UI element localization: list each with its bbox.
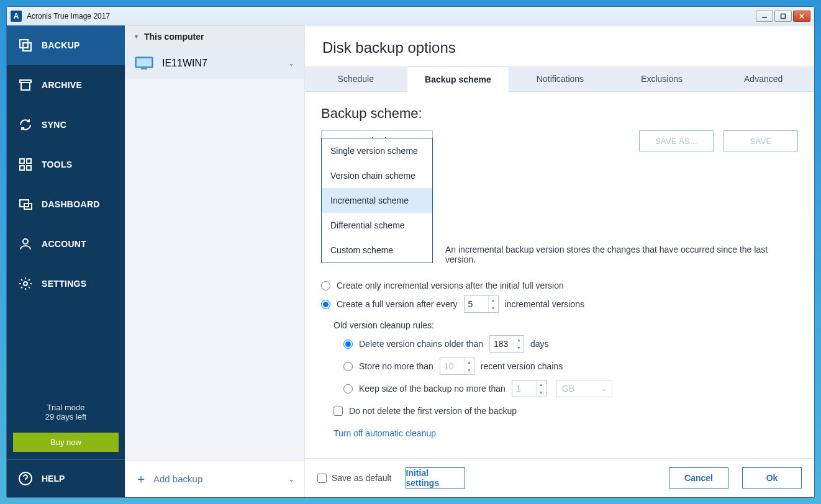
backup-list-header-label: This computer xyxy=(144,32,204,42)
radio-only-incremental[interactable]: Create only incremental versions after t… xyxy=(321,281,798,290)
spin-up-icon[interactable]: ▲ xyxy=(465,358,474,366)
cancel-button[interactable]: Cancel xyxy=(669,467,728,488)
radio-label: Keep size of the backup no more than xyxy=(359,384,506,394)
sidebar-label: TOOLS xyxy=(42,160,72,169)
checkbox-label: Save as default xyxy=(332,473,392,483)
ok-button[interactable]: Ok xyxy=(742,467,802,488)
checkbox-label: Do not delete the first version of the b… xyxy=(349,406,517,416)
scheme-option-incremental[interactable]: Incremental scheme xyxy=(322,188,432,213)
save-default-checkbox[interactable]: Save as default xyxy=(317,473,392,483)
radio-store-no-more[interactable]: Store no more than 10 ▲▼ recent version … xyxy=(343,358,798,375)
radio-keep-size[interactable]: Keep size of the backup no more than 1 ▲… xyxy=(343,380,798,397)
input-value: 183 xyxy=(494,339,508,349)
radio-full-after-every[interactable]: Create a full version after every 5 ▲▼ i… xyxy=(321,295,798,313)
svg-point-15 xyxy=(24,282,27,286)
full-every-input[interactable]: 5 ▲▼ xyxy=(464,295,499,313)
sidebar-label: HELP xyxy=(42,474,65,484)
spin-down-icon[interactable]: ▼ xyxy=(465,366,474,374)
initial-settings-button[interactable]: Initial settings xyxy=(406,467,465,488)
app-icon: A xyxy=(11,11,22,22)
page-title: Disk backup options xyxy=(305,25,814,66)
close-button[interactable] xyxy=(793,11,810,22)
spin-up-icon[interactable]: ▲ xyxy=(514,336,524,344)
radio-label-suffix: incremental versions xyxy=(505,299,584,309)
scheme-option-version-chain[interactable]: Version chain scheme xyxy=(322,163,432,188)
tab-advanced[interactable]: Advanced xyxy=(712,66,814,91)
add-backup-button[interactable]: ＋ Add backup ⌄ xyxy=(125,460,304,497)
window-title: Acronis True Image 2017 xyxy=(27,12,756,20)
unit-value: GB xyxy=(562,384,574,394)
tab-backup-scheme[interactable]: Backup scheme xyxy=(407,66,510,92)
spin-up-icon[interactable]: ▲ xyxy=(489,296,498,304)
archive-icon xyxy=(18,78,33,92)
sidebar-item-tools[interactable]: TOOLS xyxy=(7,145,125,184)
radio-delete-older[interactable]: Delete version chains older than 183 ▲▼ … xyxy=(343,335,798,353)
sidebar-item-settings[interactable]: SETTINGS xyxy=(7,264,125,304)
sidebar-item-help[interactable]: HELP xyxy=(7,459,125,497)
radio-input[interactable] xyxy=(343,362,353,371)
svg-rect-9 xyxy=(27,159,31,163)
minimize-button[interactable] xyxy=(756,11,773,22)
spinner[interactable]: ▲▼ xyxy=(536,380,546,397)
sidebar-item-backup[interactable]: BACKUP xyxy=(7,25,125,65)
svg-rect-19 xyxy=(141,68,147,70)
app-window: A Acronis True Image 2017 BACKUP ARCHIVE xyxy=(6,6,815,498)
radio-input[interactable] xyxy=(321,300,330,309)
spinner[interactable]: ▲▼ xyxy=(464,358,474,374)
footer-bar: Save as default Initial settings Cancel … xyxy=(305,458,814,497)
radio-label: Store no more than xyxy=(359,361,433,371)
checkbox-keep-first[interactable]: Do not delete the first version of the b… xyxy=(333,406,798,416)
spinner[interactable]: ▲▼ xyxy=(488,296,498,312)
input-value: 5 xyxy=(468,299,473,309)
account-icon xyxy=(18,236,33,251)
buy-now-button[interactable]: Buy now xyxy=(13,433,119,452)
turn-off-cleanup-link[interactable]: Turn off automatic cleanup xyxy=(333,428,436,438)
sidebar-label: ACCOUNT xyxy=(42,239,86,249)
backup-list-panel: ▼ This computer IE11WIN7 ⌄ ＋ Add backup … xyxy=(125,25,305,497)
titlebar: A Acronis True Image 2017 xyxy=(7,7,814,25)
checkbox-input[interactable] xyxy=(317,474,327,483)
radio-input[interactable] xyxy=(343,384,353,394)
svg-rect-10 xyxy=(20,166,24,170)
store-max-input[interactable]: 10 ▲▼ xyxy=(440,358,474,375)
svg-rect-5 xyxy=(23,43,31,51)
scheme-description: An incremental backup version stores the… xyxy=(445,245,798,264)
spin-down-icon[interactable]: ▼ xyxy=(489,304,498,312)
tab-schedule[interactable]: Schedule xyxy=(305,66,407,91)
svg-rect-18 xyxy=(137,58,152,66)
checkbox-input[interactable] xyxy=(333,407,343,416)
save-as-button[interactable]: SAVE AS... xyxy=(639,130,714,151)
radio-input[interactable] xyxy=(321,281,330,290)
save-button[interactable]: SAVE xyxy=(723,130,798,151)
sidebar-item-archive[interactable]: ARCHIVE xyxy=(7,65,125,105)
tab-exclusions[interactable]: Exclusions xyxy=(611,66,713,91)
backup-list-header[interactable]: ▼ This computer xyxy=(125,25,304,48)
backup-item[interactable]: IE11WIN7 ⌄ xyxy=(125,48,304,79)
sidebar-item-account[interactable]: ACCOUNT xyxy=(7,224,125,264)
spin-up-icon[interactable]: ▲ xyxy=(537,380,546,389)
svg-rect-8 xyxy=(20,159,24,163)
size-unit-select[interactable]: GB ⌄ xyxy=(556,380,612,397)
app-body: BACKUP ARCHIVE SYNC TOOLS DASHBOARD xyxy=(7,25,814,497)
sidebar-nav: BACKUP ARCHIVE SYNC TOOLS DASHBOARD xyxy=(7,25,125,399)
maximize-button[interactable] xyxy=(774,11,792,22)
backup-icon xyxy=(18,38,33,53)
sidebar-item-dashboard[interactable]: DASHBOARD xyxy=(7,184,125,224)
spin-down-icon[interactable]: ▼ xyxy=(514,344,524,352)
scheme-option-differential[interactable]: Differential scheme xyxy=(322,213,432,238)
scheme-option-single[interactable]: Single version scheme xyxy=(322,138,432,163)
chevron-down-icon: ⌄ xyxy=(288,59,294,68)
max-size-input[interactable]: 1 ▲▼ xyxy=(512,380,547,397)
spinner[interactable]: ▲▼ xyxy=(514,336,524,352)
radio-input[interactable] xyxy=(343,340,353,349)
scheme-option-custom[interactable]: Custom scheme xyxy=(322,238,432,263)
monitor-icon xyxy=(135,56,153,70)
spin-down-icon[interactable]: ▼ xyxy=(537,389,546,397)
input-value: 1 xyxy=(516,384,521,394)
older-than-input[interactable]: 183 ▲▼ xyxy=(489,335,524,353)
settings-icon xyxy=(18,276,33,291)
radio-label: Delete version chains older than xyxy=(359,339,483,349)
window-buttons xyxy=(756,11,810,22)
sidebar-item-sync[interactable]: SYNC xyxy=(7,105,125,145)
tab-notifications[interactable]: Notifications xyxy=(509,66,611,91)
